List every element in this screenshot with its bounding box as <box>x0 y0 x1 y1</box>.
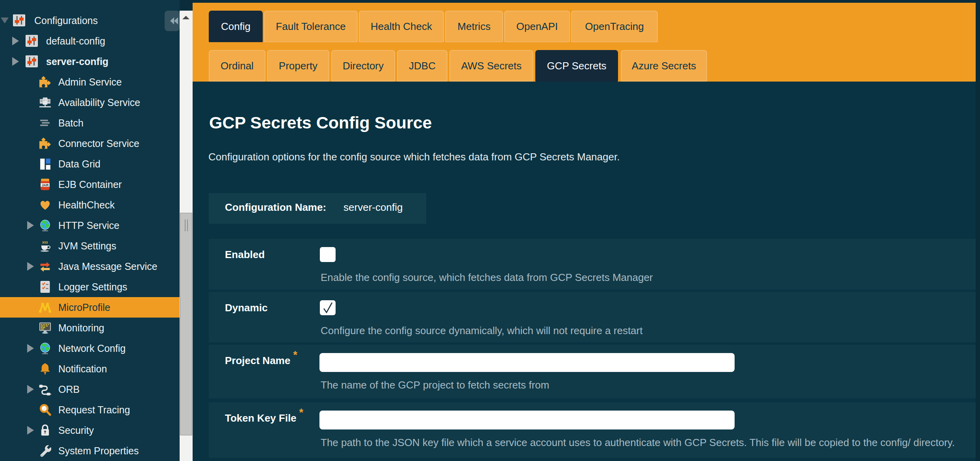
svg-text:JAR: JAR <box>42 183 49 187</box>
